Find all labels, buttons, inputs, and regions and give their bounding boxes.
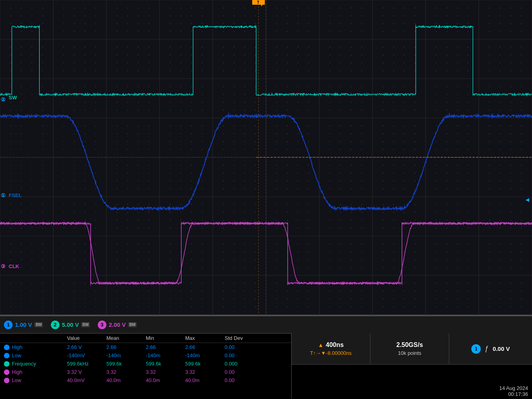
ch2-label: SW xyxy=(9,95,17,101)
meas-name-0: High xyxy=(12,344,22,350)
trigger-offset: T↑→▼-8.00000ns xyxy=(310,350,352,356)
col-min: Min xyxy=(146,335,185,341)
meas-stddev-2: 0.000 xyxy=(225,361,264,367)
meas-value-1: -140mV xyxy=(67,352,106,358)
meas-dot-3 xyxy=(4,369,9,375)
meas-max-0: 2.66 xyxy=(185,344,225,350)
meas-dot-0 xyxy=(4,345,9,350)
trigger-arrow-icon: ▲ xyxy=(318,342,324,348)
meas-label-4: Low xyxy=(4,377,67,383)
ch3-label: CLK xyxy=(9,263,19,269)
ch2-bw: BM xyxy=(81,322,90,327)
meas-name-1: Low xyxy=(12,352,21,358)
timebase-box: ▲ 400ns T↑→▼-8.00000ns xyxy=(292,333,370,364)
ch1-badge: 1 xyxy=(4,321,13,329)
meas-name-3: High xyxy=(12,369,22,375)
meas-label-0: High xyxy=(4,344,67,350)
meas-dot-4 xyxy=(4,378,9,383)
waveform-area: SW FSEL CLK ② ① ③ ▼ T ◄ xyxy=(0,0,532,315)
time-display: 00:17:36 xyxy=(499,391,528,397)
meas-name-4: Low xyxy=(12,377,21,383)
meas-max-3: 3.32 xyxy=(185,369,225,375)
ch3-ground-marker: ③ xyxy=(1,263,6,269)
right-top-row: ▲ 400ns T↑→▼-8.00000ns 2.50GS/s 10k poin… xyxy=(292,333,532,365)
meas-max-1: -140m xyxy=(185,352,225,358)
meas-row-2: Frequency 599.6kHz 599.6k 599.6k 599.6k … xyxy=(0,360,291,368)
ch1-bw: BM xyxy=(34,322,43,327)
col-mean: Mean xyxy=(106,335,146,341)
ch2-scale-text: 5.00 V xyxy=(62,321,79,328)
measurements-rows: High 2.66 V 2.66 2.66 2.66 0.00 Low -140… xyxy=(0,343,291,384)
meas-value-4: 40.0mV xyxy=(67,377,106,383)
ch3-scale: 3 2.00 V BM xyxy=(98,321,137,329)
sample-rate: 2.50GS/s xyxy=(396,341,423,349)
trigger-box: 1 ƒ 0.00 V xyxy=(449,333,532,364)
meas-label-1: Low xyxy=(4,352,67,358)
meas-mean-1: -140m xyxy=(106,352,146,358)
trigger-marker-top: ▼ xyxy=(259,1,265,8)
ch3-bw: BM xyxy=(128,322,137,327)
status-bar: 1 1.00 V BM 2 5.00 V BM 3 2.00 V BM xyxy=(0,315,532,333)
grid-canvas xyxy=(0,0,532,315)
sample-points: 10k points xyxy=(398,350,421,356)
col-stddev: Std Dev xyxy=(225,335,264,341)
meas-min-0: 2.66 xyxy=(146,344,185,350)
right-panel: ▲ 400ns T↑→▼-8.00000ns 2.50GS/s 10k poin… xyxy=(292,333,532,399)
meas-min-2: 599.6k xyxy=(146,361,185,367)
meas-stddev-1: 0.00 xyxy=(225,352,264,358)
meas-label-2: Frequency xyxy=(4,361,67,367)
timebase-top: ▲ 400ns xyxy=(318,341,344,349)
meas-mean-2: 599.6k xyxy=(106,361,146,367)
meas-stddev-0: 0.00 xyxy=(225,344,264,350)
meas-max-4: 40.0m xyxy=(185,377,225,383)
meas-mean-4: 40.0m xyxy=(106,377,146,383)
meas-row-1: Low -140mV -140m -140m -140m 0.00 xyxy=(0,351,291,360)
trigger-symbol: ƒ xyxy=(485,345,489,353)
measurements-area: Value Mean Min Max Std Dev High 2.66 V 2… xyxy=(0,333,292,399)
ch1-scale-text: 1.00 V xyxy=(15,321,32,328)
col-max: Max xyxy=(185,335,225,341)
trigger-level: 0.00 V xyxy=(493,345,510,352)
meas-mean-3: 3.32 xyxy=(106,369,146,375)
meas-row-4: Low 40.0mV 40.0m 40.0m 40.0m 0.00 xyxy=(0,376,291,384)
datetime-box: 14 Aug 2024 00:17:36 xyxy=(499,385,528,397)
col-value: Value xyxy=(67,335,106,341)
meas-name-2: Frequency xyxy=(12,361,36,367)
meas-value-0: 2.66 V xyxy=(67,344,106,350)
meas-min-3: 3.32 xyxy=(146,369,185,375)
ch1-ground-marker: ① xyxy=(1,192,6,198)
meas-max-2: 599.6k xyxy=(185,361,225,367)
meas-value-2: 599.6kHz xyxy=(67,361,106,367)
ch2-ground-marker: ② xyxy=(1,97,6,103)
meas-row-3: High 3.32 V 3.32 3.32 3.32 0.00 xyxy=(0,368,291,376)
meas-row-0: High 2.66 V 2.66 2.66 2.66 0.00 xyxy=(0,343,291,351)
oscilloscope: SW FSEL CLK ② ① ③ ▼ T ◄ 1 1.00 V BM 2 5.… xyxy=(0,0,532,399)
meas-min-1: -140m xyxy=(146,352,185,358)
timebase-value: 400ns xyxy=(326,341,344,349)
ch3-scale-text: 2.00 V xyxy=(109,321,126,328)
meas-mean-0: 2.66 xyxy=(106,344,146,350)
meas-min-4: 40.0m xyxy=(146,377,185,383)
measurements-header: Value Mean Min Max Std Dev xyxy=(0,334,291,343)
col-label xyxy=(4,335,67,341)
meas-stddev-3: 0.00 xyxy=(225,369,264,375)
trigger-marker-t: T xyxy=(255,1,258,6)
ch1-label: FSEL xyxy=(9,192,22,198)
ch2-badge: 2 xyxy=(51,321,60,329)
sample-box: 2.50GS/s 10k points xyxy=(370,333,449,364)
trigger-ch-indicator: 1 xyxy=(471,344,481,354)
meas-label-3: High xyxy=(4,369,67,375)
ch1-scale: 1 1.00 V BM xyxy=(4,321,43,329)
trigger-marker-right: ◄ xyxy=(524,196,530,203)
meas-stddev-4: 0.00 xyxy=(225,377,264,383)
ch3-badge: 3 xyxy=(98,321,106,329)
date-display: 14 Aug 2024 xyxy=(499,385,528,391)
ch2-scale: 2 5.00 V BM xyxy=(51,321,90,329)
meas-dot-1 xyxy=(4,353,9,358)
meas-value-3: 3.32 V xyxy=(67,369,106,375)
meas-dot-2 xyxy=(4,361,9,367)
